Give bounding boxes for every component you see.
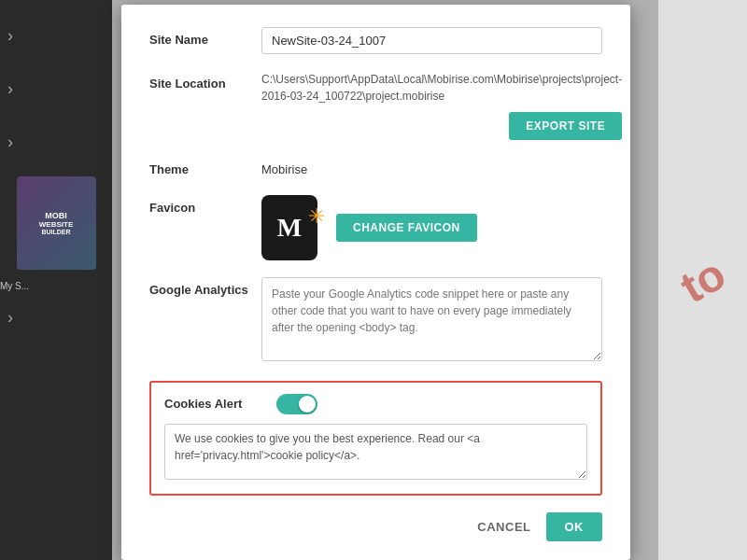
favicon-sun-icon: ✳ [308,204,325,229]
favicon-controls: M ✳ CHANGE FAVICON [261,195,602,260]
site-location-row: Site Location C:\Users\Support\AppData\L… [149,71,602,140]
dialog-footer: CANCEL OK [149,512,602,541]
theme-label: Theme [149,157,261,178]
site-name-label: Site Name [149,27,261,49]
cookies-header: Cookies Alert [164,394,587,414]
google-analytics-row: Google Analytics [149,277,602,364]
favicon-content: M ✳ CHANGE FAVICON [261,195,602,260]
google-analytics-label: Google Analytics [149,277,261,299]
sidebar: › › › MOBI WEBSITE BUILDER My S... › [0,0,112,560]
site-location-value: C:\Users\Support\AppData\Local\Mobirise.… [261,71,622,105]
site-name-content [261,27,602,54]
site-location-label: Site Location [149,71,261,92]
site-location-content: C:\Users\Support\AppData\Local\Mobirise.… [261,71,622,140]
google-analytics-content [261,277,602,364]
cookies-toggle[interactable] [276,394,317,414]
site-name-input[interactable] [261,27,602,54]
sidebar-arrow-1[interactable]: › [0,9,112,63]
cancel-button[interactable]: CANCEL [477,520,530,534]
cookies-alert-section: Cookies Alert We use cookies to give you… [149,381,602,496]
change-favicon-button[interactable]: CHANGE FAVICON [336,214,477,242]
cookies-alert-label: Cookies Alert [164,397,276,411]
sidebar-arrow-3[interactable]: › [0,116,112,169]
sidebar-arrow-4[interactable]: › [0,291,112,344]
theme-content: Mobirise [261,157,602,176]
ok-button[interactable]: OK [546,512,603,541]
sidebar-thumbnail[interactable]: MOBI WEBSITE BUILDER [17,176,96,270]
cookies-text-input[interactable]: We use cookies to give you the best expe… [164,424,587,480]
favicon-label: Favicon [149,195,261,217]
sidebar-arrow-2[interactable]: › [0,63,112,116]
favicon-letter: M [277,213,302,243]
theme-row: Theme Mobirise [149,157,602,178]
settings-dialog: Site Name Site Location C:\Users\Support… [121,5,630,560]
export-site-button[interactable]: EXPORT SITE [509,112,622,140]
google-analytics-input[interactable] [261,277,602,361]
favicon-row: Favicon M ✳ CHANGE FAVICON [149,195,602,260]
favicon-image: M ✳ [261,195,317,260]
site-name-row: Site Name [149,27,602,54]
sidebar-thumb-preview: MOBI WEBSITE BUILDER [17,176,96,270]
preview-watermark: to [671,247,734,313]
toggle-thumb [299,396,316,413]
right-preview: to [658,0,747,560]
theme-value: Mobirise [261,157,602,176]
sidebar-thumb-label: My S... [0,281,29,291]
